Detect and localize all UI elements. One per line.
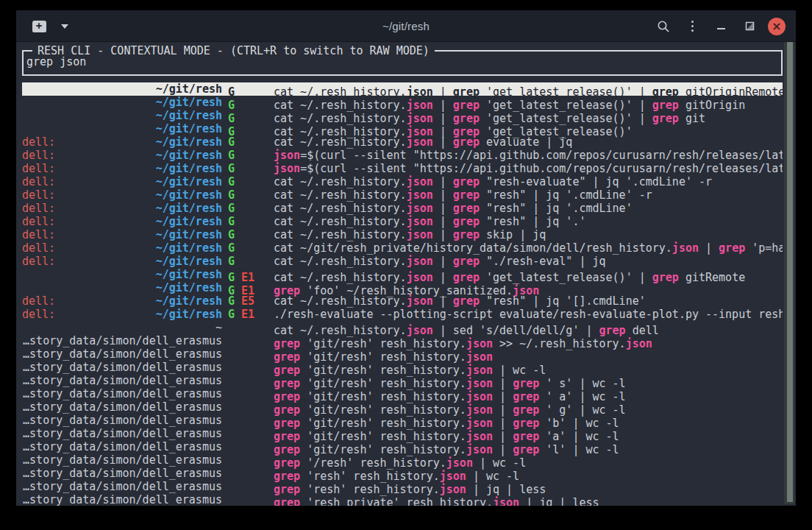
row-command: grep 'resh_private' resh_history.json | … bbox=[274, 496, 783, 506]
match-highlight: json bbox=[493, 496, 519, 506]
row-host-path: …story_data/simon/dell_erasmus bbox=[22, 493, 222, 506]
row-host-path: ~/git/resh bbox=[22, 82, 222, 96]
row-host: dell: bbox=[22, 175, 55, 188]
row-git-flag: G bbox=[228, 175, 237, 188]
match-highlight: json bbox=[407, 202, 433, 215]
history-row[interactable]: dell:~/git/reshGE5cat ~/.resh_history.js… bbox=[22, 294, 783, 308]
history-row[interactable]: ~cat ~/.resh_history.json | sed 's/dell/… bbox=[22, 321, 783, 334]
row-path: ~/git/resh bbox=[156, 188, 222, 202]
match-highlight: json bbox=[440, 483, 466, 496]
row-path: …story_data/simon/dell_erasmus bbox=[23, 427, 222, 440]
row-command: cat ~/.resh_history.json | grep 'get_lat… bbox=[274, 271, 783, 284]
close-button[interactable] bbox=[768, 18, 786, 35]
search-button[interactable] bbox=[653, 16, 674, 37]
search-query-input[interactable]: grep json bbox=[26, 55, 86, 68]
history-row[interactable]: ~/git/reshGcat ~/.resh_history.json | gr… bbox=[22, 82, 783, 96]
new-tab-button[interactable] bbox=[29, 18, 49, 35]
history-row[interactable]: dell:~/git/reshGcat ~/.resh_history.json… bbox=[22, 135, 783, 149]
row-path: …story_data/simon/dell_erasmus bbox=[23, 334, 222, 347]
match-highlight: grep bbox=[274, 456, 300, 470]
match-highlight: json bbox=[466, 377, 493, 390]
history-row[interactable]: dell:~/git/reshGjson=$(curl --silent "ht… bbox=[22, 162, 783, 175]
caret-down-icon bbox=[61, 24, 68, 29]
row-command: grep 'git/resh' resh_history.json | grep… bbox=[274, 377, 783, 390]
row-command: cat ~/.resh_history.json | sed 's/dell/d… bbox=[274, 324, 783, 337]
row-command: grep 'git/resh' resh_history.json | grep… bbox=[274, 430, 783, 443]
menu-button[interactable] bbox=[682, 16, 702, 37]
row-git-flag: G bbox=[228, 255, 237, 268]
titlebar-right-controls bbox=[653, 10, 786, 42]
match-highlight: grep bbox=[453, 99, 480, 112]
row-command: grep 'resh' resh_history.json | wc -l bbox=[274, 470, 783, 483]
match-highlight: grep bbox=[513, 417, 539, 430]
history-row[interactable]: dell:~/git/reshGcat ~/.resh_history.json… bbox=[22, 215, 783, 228]
terminal-window: ~/git/resh bbox=[16, 10, 796, 506]
row-command: cat ~/.resh_history.json | grep "resh" |… bbox=[274, 202, 783, 215]
row-command: grep 'git/resh' resh_history.json | grep… bbox=[274, 443, 783, 456]
row-host-path: dell:~/git/resh bbox=[22, 255, 222, 268]
row-host-path: dell:~/git/resh bbox=[22, 308, 222, 321]
row-path: …story_data/simon/dell_erasmus bbox=[23, 400, 222, 414]
history-row[interactable]: dell:~/git/reshGcat ~/git/resh_private/h… bbox=[22, 241, 783, 255]
match-highlight: grep bbox=[453, 271, 480, 284]
row-host: dell: bbox=[22, 294, 55, 308]
row-command: grep 'git/resh' resh_history.json bbox=[274, 350, 783, 364]
tab-dropdown-button[interactable] bbox=[59, 16, 71, 37]
match-highlight: grep bbox=[274, 350, 300, 364]
match-highlight: json bbox=[407, 135, 433, 149]
row-host-path: …story_data/simon/dell_erasmus bbox=[22, 400, 222, 414]
match-highlight: grep bbox=[274, 430, 300, 443]
row-host-path: ~/git/resh bbox=[22, 268, 222, 281]
row-command: grep 'git/resh' resh_history.json | grep… bbox=[274, 403, 783, 417]
match-highlight: grep bbox=[274, 483, 300, 496]
row-command: cat ~/.resh_history.json | grep "resh" |… bbox=[274, 294, 783, 308]
row-command: cat ~/.resh_history.json | grep 'get_lat… bbox=[274, 85, 783, 99]
match-highlight: json bbox=[466, 403, 493, 417]
row-host-path: …story_data/simon/dell_erasmus bbox=[22, 414, 222, 427]
history-row[interactable]: ~/git/reshGE1cat ~/.resh_history.json | … bbox=[22, 268, 783, 281]
match-highlight: json bbox=[274, 162, 300, 175]
row-path: ~/git/resh bbox=[156, 294, 222, 308]
match-highlight: grep bbox=[513, 377, 539, 390]
row-command: grep 'git/resh' resh_history.json >> ~/.… bbox=[274, 337, 783, 350]
row-path: …story_data/simon/dell_erasmus bbox=[23, 480, 222, 493]
match-highlight: grep bbox=[274, 364, 300, 377]
row-path: ~/git/resh bbox=[156, 308, 222, 321]
history-row[interactable]: dell:~/git/reshGcat ~/.resh_history.json… bbox=[22, 228, 783, 241]
row-git-flag: G bbox=[228, 135, 237, 149]
match-highlight: grep bbox=[453, 228, 480, 241]
restore-button[interactable] bbox=[739, 16, 760, 37]
scrollbar-thumb[interactable] bbox=[787, 42, 793, 502]
match-highlight: grep bbox=[513, 390, 539, 403]
history-row[interactable]: dell:~/git/reshGcat ~/.resh_history.json… bbox=[22, 255, 783, 268]
row-path: …story_data/simon/dell_erasmus bbox=[23, 374, 222, 387]
history-row[interactable]: dell:~/git/reshGcat ~/.resh_history.json… bbox=[22, 202, 783, 215]
row-git-flag: G bbox=[228, 149, 237, 162]
row-command: cat ~/.resh_history.json | grep evaluate… bbox=[274, 135, 783, 149]
minimize-button[interactable] bbox=[710, 16, 731, 37]
row-command: grep '/resh' resh_history.json | wc -l bbox=[274, 456, 783, 470]
row-git-flag: G bbox=[228, 188, 237, 202]
match-highlight: json bbox=[466, 364, 493, 377]
row-host-path: …story_data/simon/dell_erasmus bbox=[22, 467, 222, 480]
match-highlight: grep bbox=[274, 417, 300, 430]
row-command: grep 'git/resh' resh_history.json | wc -… bbox=[274, 364, 783, 377]
titlebar: ~/git/resh bbox=[16, 10, 796, 42]
match-highlight: grep bbox=[453, 175, 480, 188]
match-highlight: grep bbox=[652, 112, 679, 125]
match-highlight: json bbox=[672, 241, 699, 255]
row-git-flag: G bbox=[228, 308, 237, 321]
match-highlight: grep bbox=[453, 85, 480, 99]
history-row[interactable]: dell:~/git/reshGE1./resh-evaluate --plot… bbox=[22, 308, 783, 321]
row-host-path: ~/git/resh bbox=[22, 96, 222, 109]
row-path: ~/git/resh bbox=[156, 255, 222, 268]
row-path: ~/git/resh bbox=[156, 109, 222, 122]
match-highlight: grep bbox=[274, 443, 300, 456]
history-row[interactable]: dell:~/git/reshGcat ~/.resh_history.json… bbox=[22, 175, 783, 188]
row-host: dell: bbox=[22, 241, 55, 255]
row-command: grep 'git/resh' resh_history.json | grep… bbox=[274, 417, 783, 430]
match-highlight: grep bbox=[513, 443, 539, 456]
history-row[interactable]: dell:~/git/reshGcat ~/.resh_history.json… bbox=[22, 188, 783, 202]
scrollbar[interactable] bbox=[784, 42, 794, 504]
history-row[interactable]: dell:~/git/reshGjson=$(curl --silent "ht… bbox=[22, 149, 783, 162]
